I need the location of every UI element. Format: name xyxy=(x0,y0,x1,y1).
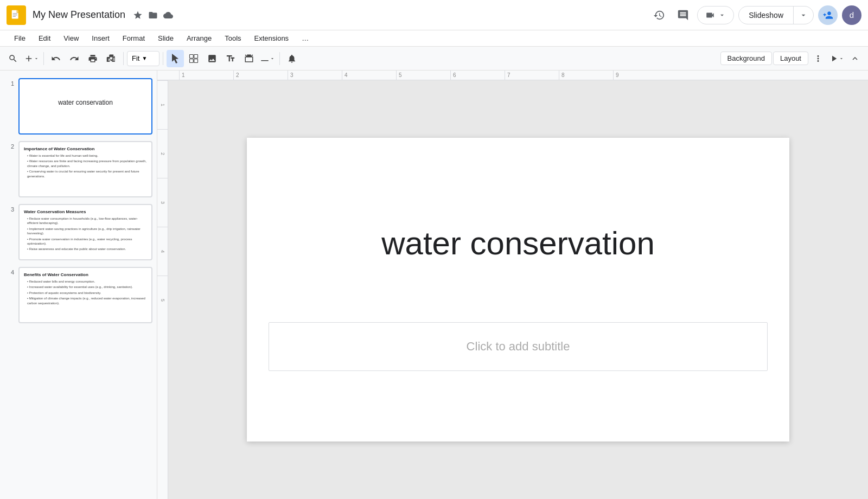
insert-image-tool[interactable] xyxy=(203,50,221,67)
ruler-v-mark-3: 3 xyxy=(157,178,168,227)
menu-insert[interactable]: Insert xyxy=(86,32,115,44)
search-button[interactable] xyxy=(4,50,22,67)
menu-more[interactable]: … xyxy=(296,32,314,44)
ruler-h-mark-7: 7 xyxy=(505,71,559,80)
menu-bar: File Edit View Insert Format Slide Arran… xyxy=(0,30,868,47)
slide-3-bullet-3: • Promote water conservation in industri… xyxy=(27,237,147,246)
slide-thumb-2[interactable]: Importance of Water Conservation • Water… xyxy=(18,141,152,197)
svg-rect-8 xyxy=(190,59,194,62)
canvas-area: 1 2 3 4 5 6 7 8 9 1 2 3 4 5 water conser… xyxy=(157,71,868,499)
svg-rect-5 xyxy=(13,16,16,16)
slide-main-title[interactable]: water conservation xyxy=(247,225,789,262)
slide-item-4[interactable]: 4 Benefits of Water Conservation • Reduc… xyxy=(0,264,157,327)
slide-4-title: Benefits of Water Conservation xyxy=(24,272,147,277)
toolbar: Fit ▼ Background Layout xyxy=(0,47,868,71)
menu-view[interactable]: View xyxy=(58,32,84,44)
history-button[interactable] xyxy=(649,5,669,25)
collapse-toolbar-button[interactable] xyxy=(846,50,864,67)
slide-subtitle-box[interactable]: Click to add subtitle xyxy=(269,322,768,371)
undo-button[interactable] xyxy=(47,50,65,67)
slide-num-1: 1 xyxy=(4,80,14,87)
slide-3-bullet-1: • Reduce water consumption in households… xyxy=(27,216,147,226)
slide-4-bullet-3: • Protection of aquatic ecosystems and b… xyxy=(27,291,147,295)
line-tool-dropdown[interactable] xyxy=(259,50,276,67)
add-person-button[interactable] xyxy=(818,5,838,25)
doc-title[interactable]: My New Presentation xyxy=(33,9,125,21)
menu-format[interactable]: Format xyxy=(117,32,150,44)
avatar[interactable]: d xyxy=(842,5,861,25)
slide-3-bullet-2: • Implement water-saving practices in ag… xyxy=(27,227,147,236)
ruler-v-mark-5: 5 xyxy=(157,276,168,324)
star-icon[interactable] xyxy=(133,10,143,20)
meet-button[interactable] xyxy=(697,6,734,24)
slide-thumb-1[interactable]: water conservation xyxy=(18,78,152,135)
line-tool[interactable] xyxy=(240,50,258,67)
ruler-h-mark-3: 3 xyxy=(288,71,342,80)
slideshow-dropdown[interactable] xyxy=(794,7,813,24)
slide-item-2[interactable]: 2 Importance of Water Conservation • Wat… xyxy=(0,138,157,201)
comment-button[interactable] xyxy=(673,5,693,25)
add-slide-button[interactable] xyxy=(23,50,40,67)
canvas-content: 1 2 3 4 5 water conservation Click to ad… xyxy=(157,80,868,499)
layout-button[interactable]: Layout xyxy=(773,52,808,65)
ruler-h-mark-1: 1 xyxy=(179,71,233,80)
redo-button[interactable] xyxy=(66,50,83,67)
svg-rect-9 xyxy=(194,59,198,62)
svg-rect-7 xyxy=(194,54,198,58)
select-objects-tool[interactable] xyxy=(185,50,202,67)
ruler-vertical: 1 2 3 4 5 xyxy=(157,80,168,499)
slide-num-3: 3 xyxy=(4,206,14,213)
menu-extensions[interactable]: Extensions xyxy=(249,32,295,44)
slide-num-2: 2 xyxy=(4,143,14,150)
slide-item-3[interactable]: 3 Water Conservation Measures • Reduce w… xyxy=(0,201,157,264)
slide-num-4: 4 xyxy=(4,269,14,276)
divider-4 xyxy=(279,52,280,65)
paint-format-button[interactable] xyxy=(103,50,120,67)
menu-arrange[interactable]: Arrange xyxy=(181,32,217,44)
divider-1 xyxy=(43,52,44,65)
menu-file[interactable]: File xyxy=(9,32,31,44)
slide-subtitle-placeholder[interactable]: Click to add subtitle xyxy=(467,340,570,354)
slideshow-label[interactable]: Slideshow xyxy=(739,7,794,24)
ruler-h-mark-9: 9 xyxy=(613,71,667,80)
main-area: 1 water conservation 2 Importance of Wat… xyxy=(0,71,868,499)
menu-slide[interactable]: Slide xyxy=(152,32,179,44)
svg-rect-3 xyxy=(13,13,17,14)
app-logo[interactable] xyxy=(7,5,26,25)
svg-rect-6 xyxy=(190,54,194,58)
slide-canvas[interactable]: water conservation Click to add subtitle xyxy=(247,138,789,442)
ruler-v-mark-4: 4 xyxy=(157,227,168,276)
menu-edit[interactable]: Edit xyxy=(33,32,56,44)
divider-2 xyxy=(123,52,124,65)
ruler-v-mark-2: 2 xyxy=(157,129,168,178)
cloud-icon[interactable] xyxy=(163,10,173,20)
add-comment-button[interactable] xyxy=(283,50,301,67)
slideshow-button[interactable]: Slideshow xyxy=(738,6,814,24)
ruler-horizontal: 1 2 3 4 5 6 7 8 9 xyxy=(157,71,868,80)
svg-rect-1 xyxy=(17,10,20,12)
divider-3 xyxy=(163,52,163,65)
slide-item-1[interactable]: 1 water conservation xyxy=(0,75,157,138)
slide-3-bullet-4: • Raise awareness and educate the public… xyxy=(27,247,147,251)
more-options-button[interactable] xyxy=(809,50,827,67)
ruler-h-mark-8: 8 xyxy=(559,71,613,80)
ruler-v-mark-1: 1 xyxy=(157,80,168,129)
slide-3-title: Water Conservation Measures xyxy=(24,209,147,214)
select-tool[interactable] xyxy=(167,50,184,67)
present-button[interactable] xyxy=(828,50,845,67)
slide-4-bullet-4: • Mitigation of climate change impacts (… xyxy=(27,296,147,305)
print-button[interactable] xyxy=(84,50,101,67)
background-button[interactable]: Background xyxy=(720,52,772,65)
menu-tools[interactable]: Tools xyxy=(219,32,246,44)
zoom-selector[interactable]: Fit ▼ xyxy=(127,51,159,66)
slides-sidebar: 1 water conservation 2 Importance of Wat… xyxy=(0,71,157,499)
slide-thumb-3[interactable]: Water Conservation Measures • Reduce wat… xyxy=(18,204,152,260)
slide-2-bullet-3: • Conserving water is crucial for ensuri… xyxy=(27,169,147,178)
folder-icon[interactable] xyxy=(148,10,158,20)
slide-2-bullet-2: • Water resources are finite and facing … xyxy=(27,159,147,168)
slide-thumb-4[interactable]: Benefits of Water Conservation • Reduced… xyxy=(18,267,152,323)
slide-2-title: Importance of Water Conservation xyxy=(24,146,147,151)
text-box-tool[interactable] xyxy=(222,50,239,67)
slide-4-bullet-2: • Increased water availability for essen… xyxy=(27,285,147,289)
ruler-h-mark-2: 2 xyxy=(233,71,288,80)
